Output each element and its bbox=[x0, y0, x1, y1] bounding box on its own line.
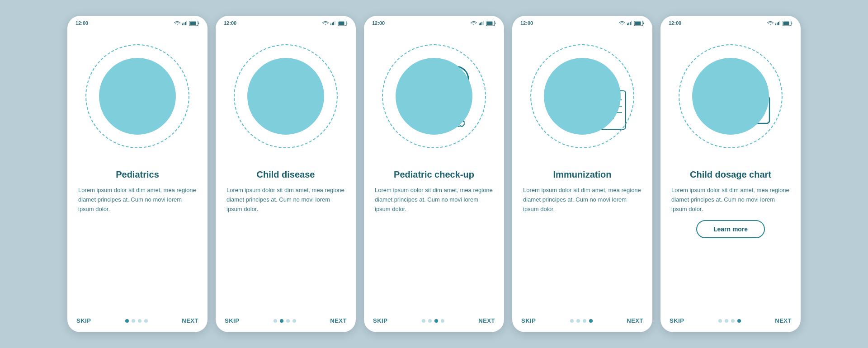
svg-rect-90 bbox=[779, 21, 780, 25]
svg-rect-2 bbox=[184, 23, 184, 25]
screen-body-1: Lorem ipsum dolor sit dim amet, mea regi… bbox=[78, 186, 197, 214]
dot-1-2 bbox=[138, 319, 142, 323]
screen-4: 12:00 bbox=[512, 16, 652, 332]
svg-rect-89 bbox=[778, 22, 779, 25]
skip-button-4[interactable]: SKIP bbox=[521, 317, 536, 324]
screen-2: 12:00 bbox=[216, 16, 356, 332]
signal-icon bbox=[182, 21, 188, 25]
text-area-5: Child dosage chart Lorem ipsum dolor sit… bbox=[660, 164, 801, 311]
wifi-icon-2 bbox=[322, 21, 329, 25]
dot-4-1 bbox=[576, 319, 580, 323]
svg-rect-50 bbox=[487, 21, 493, 25]
svg-rect-69 bbox=[631, 21, 632, 25]
dashed-circle-4 bbox=[530, 44, 634, 148]
skip-button-2[interactable]: SKIP bbox=[225, 317, 239, 324]
battery-icon-5 bbox=[783, 21, 793, 26]
svg-rect-6 bbox=[190, 21, 196, 25]
screen-3: 12:00 bbox=[364, 16, 504, 332]
svg-rect-88 bbox=[777, 23, 778, 25]
svg-rect-26 bbox=[330, 24, 331, 25]
dot-1-1 bbox=[132, 319, 135, 323]
next-button-5[interactable]: NEXT bbox=[775, 317, 792, 324]
wifi-icon-4 bbox=[619, 21, 625, 25]
dashed-circle-2 bbox=[234, 44, 338, 148]
battery-icon-3 bbox=[486, 21, 496, 26]
screen-body-5: Lorem ipsum dolor sit dim amet, mea regi… bbox=[671, 186, 790, 214]
svg-rect-31 bbox=[339, 21, 344, 25]
illustration-area-1 bbox=[67, 28, 208, 164]
svg-rect-92 bbox=[783, 21, 789, 25]
screen-body-2: Lorem ipsum dolor sit dim amet, mea regi… bbox=[226, 186, 345, 214]
status-bar-1: 12:00 bbox=[67, 16, 208, 28]
screen-5: 12:00 bbox=[660, 16, 801, 332]
svg-point-65 bbox=[622, 24, 623, 25]
dot-2-1 bbox=[280, 319, 283, 323]
svg-rect-67 bbox=[628, 23, 629, 25]
next-button-1[interactable]: NEXT bbox=[182, 317, 198, 324]
illustration-area-3 bbox=[364, 28, 504, 164]
svg-rect-29 bbox=[335, 21, 335, 25]
screen-title-5: Child dosage chart bbox=[671, 169, 790, 180]
svg-rect-27 bbox=[332, 23, 333, 25]
svg-point-86 bbox=[770, 24, 771, 25]
next-button-2[interactable]: NEXT bbox=[330, 317, 347, 324]
wifi-icon-3 bbox=[471, 21, 477, 25]
screen-title-1: Pediatrics bbox=[78, 169, 197, 180]
dot-2-3 bbox=[292, 319, 296, 323]
nav-area-3: SKIP NEXT bbox=[364, 311, 504, 332]
nav-area-1: SKIP NEXT bbox=[67, 311, 208, 332]
time-3: 12:00 bbox=[372, 20, 385, 26]
text-area-4: Immunization Lorem ipsum dolor sit dim a… bbox=[512, 164, 652, 311]
status-bar-4: 12:00 bbox=[512, 16, 652, 28]
skip-button-1[interactable]: SKIP bbox=[76, 317, 91, 324]
battery-icon-4 bbox=[634, 21, 644, 26]
text-area-3: Pediatric check-up Lorem ipsum dolor sit… bbox=[364, 164, 504, 311]
svg-rect-28 bbox=[333, 22, 334, 25]
screen-1: 12:00 bbox=[67, 16, 208, 332]
svg-point-25 bbox=[325, 24, 326, 25]
dot-5-2 bbox=[731, 319, 735, 323]
status-icons-4 bbox=[619, 21, 644, 26]
dashed-circle-3 bbox=[382, 44, 486, 148]
dots-2 bbox=[274, 319, 296, 323]
svg-point-44 bbox=[473, 24, 474, 25]
dot-3-0 bbox=[422, 319, 425, 323]
dot-2-0 bbox=[274, 319, 277, 323]
svg-rect-45 bbox=[479, 24, 480, 25]
screen-title-2: Child disease bbox=[226, 169, 345, 180]
skip-button-5[interactable]: SKIP bbox=[670, 317, 684, 324]
dot-4-3 bbox=[589, 319, 593, 323]
dot-3-2 bbox=[434, 319, 438, 323]
learn-more-button[interactable]: Learn more bbox=[696, 220, 765, 238]
illustration-area-4 bbox=[512, 28, 652, 164]
screen-body-3: Lorem ipsum dolor sit dim amet, mea regi… bbox=[375, 186, 493, 214]
svg-rect-68 bbox=[630, 22, 631, 25]
text-area-1: Pediatrics Lorem ipsum dolor sit dim ame… bbox=[67, 164, 208, 311]
dot-3-3 bbox=[441, 319, 444, 323]
illustration-area-5 bbox=[660, 28, 801, 164]
screens-container: 12:00 bbox=[67, 16, 801, 332]
status-bar-5: 12:00 bbox=[660, 16, 801, 28]
signal-icon-5 bbox=[775, 21, 781, 25]
status-icons-5 bbox=[767, 21, 793, 26]
svg-rect-46 bbox=[480, 23, 481, 25]
svg-rect-3 bbox=[185, 22, 186, 25]
svg-point-0 bbox=[177, 24, 178, 25]
next-button-4[interactable]: NEXT bbox=[627, 317, 643, 324]
screen-body-4: Lorem ipsum dolor sit dim amet, mea regi… bbox=[523, 186, 642, 214]
next-button-3[interactable]: NEXT bbox=[478, 317, 495, 324]
status-bar-3: 12:00 bbox=[364, 16, 504, 28]
dot-2-2 bbox=[286, 319, 290, 323]
time-2: 12:00 bbox=[224, 20, 236, 26]
svg-rect-1 bbox=[182, 24, 183, 25]
dot-4-2 bbox=[583, 319, 586, 323]
nav-area-4: SKIP NEXT bbox=[512, 311, 652, 332]
time-4: 12:00 bbox=[520, 20, 533, 26]
svg-rect-4 bbox=[186, 21, 187, 25]
status-icons-1 bbox=[174, 21, 199, 26]
svg-rect-87 bbox=[775, 24, 776, 25]
skip-button-3[interactable]: SKIP bbox=[373, 317, 387, 324]
dots-5 bbox=[718, 319, 741, 323]
svg-rect-66 bbox=[627, 24, 628, 25]
svg-rect-48 bbox=[483, 21, 484, 25]
